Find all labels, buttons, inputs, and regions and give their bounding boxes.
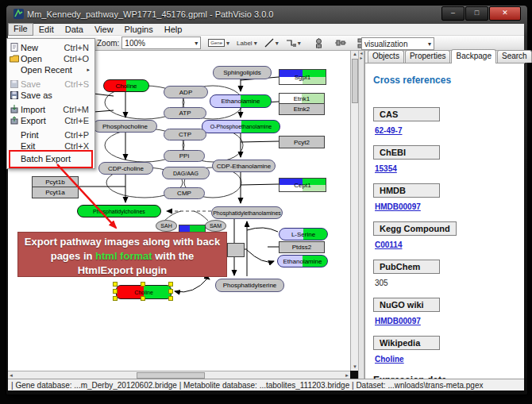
new-document-icon <box>8 43 21 52</box>
menu-item-shortcut: Ctrl+E <box>64 116 89 125</box>
menu-edit[interactable]: Edit <box>33 24 60 35</box>
shape2 <box>341 41 345 44</box>
close-button[interactable]: ✕ <box>489 6 521 21</box>
node-phosphatidylcholines[interactable]: Phosphatidylcholines <box>77 205 161 217</box>
align-center-vertical-button[interactable] <box>335 38 346 48</box>
xref-title: Kegg Compound <box>373 221 457 236</box>
export-icon <box>8 116 21 125</box>
node-ptdss2[interactable]: Ptdss2 <box>279 241 325 253</box>
selection-handle[interactable] <box>168 282 173 287</box>
submenu-arrow-icon: ▸ <box>87 67 90 73</box>
screenshot-root: Mm_Kennedy_pathway_WP1771_45176.gpml - P… <box>0 0 532 404</box>
menu-plugins[interactable]: Plugins <box>119 24 159 35</box>
chevron-down-icon: ▾ <box>428 39 431 49</box>
gene-box-icon: Gene <box>208 39 225 47</box>
zoom-combobox[interactable]: 100% ▾ <box>121 37 201 49</box>
node-ctp[interactable]: CTP <box>164 129 206 140</box>
align-center-horizontal-button[interactable] <box>314 38 324 48</box>
tab-properties[interactable]: Properties <box>405 50 451 63</box>
node-pcyt1a[interactable]: Pcyt1a <box>32 187 79 198</box>
node-sah[interactable]: SAH <box>156 220 177 232</box>
node-phosphocholine[interactable]: Phosphocholine <box>93 120 157 133</box>
node-cmp[interactable]: CMP <box>164 187 205 199</box>
canvas-vertical-scrollbar[interactable]: ▲ ▼ <box>350 51 358 371</box>
menu-item-print[interactable]: Print Ctrl+P <box>8 129 92 140</box>
node-l-serine[interactable]: L-Serine <box>279 228 328 240</box>
node-cept1[interactable]: Cept1 <box>279 178 326 192</box>
vertical-scroll-thumb[interactable] <box>352 59 358 103</box>
visualization-combobox[interactable]: visualization ▾ <box>361 37 434 50</box>
node-cdp-choline[interactable]: CDP-choline <box>98 162 153 175</box>
chevron-down-icon: ▾ <box>226 40 229 47</box>
node-unlabeled-gene[interactable] <box>227 243 245 257</box>
draw-connector-tool[interactable]: ▾ <box>286 38 301 48</box>
tab-objects[interactable]: Objects <box>368 50 404 63</box>
node-phosphatidylethanolamines[interactable]: Phosphatidylethanolamines <box>211 206 283 219</box>
xref-link[interactable]: HMDB00097 <box>375 317 525 325</box>
menu-item-new[interactable]: New Ctrl+N <box>8 42 92 52</box>
minimize-button[interactable]: – <box>441 6 465 21</box>
menu-file[interactable]: File <box>8 23 33 36</box>
draw-line-tool[interactable]: ▾ <box>264 38 279 48</box>
menu-help[interactable]: Help <box>159 24 188 35</box>
maximize-button[interactable]: □ <box>465 6 488 21</box>
tab-search[interactable]: Search <box>497 50 532 63</box>
node-ppi[interactable]: PPi <box>164 150 205 162</box>
xref-link[interactable]: HMDB00097 <box>375 202 525 211</box>
node-sam[interactable]: SAM <box>205 220 226 232</box>
selection-handle[interactable] <box>168 289 173 294</box>
node-o-phosphoethanolamine[interactable]: O-Phosphoethanolamine <box>202 120 280 133</box>
selection-handle[interactable] <box>168 296 173 301</box>
menu-item-open[interactable]: Open Ctrl+O <box>8 53 92 63</box>
collapse-right-icon[interactable]: ► <box>360 56 364 60</box>
xref-link[interactable]: 62-49-7 <box>375 126 525 135</box>
canvas-horizontal-scrollbar[interactable]: ◄ ► <box>8 371 350 379</box>
xref-link[interactable]: C00114 <box>375 240 525 249</box>
xref-link[interactable]: 15354 <box>375 164 525 173</box>
menu-data[interactable]: Data <box>60 24 89 35</box>
node-etnk2[interactable]: Etnk2 <box>279 103 325 115</box>
node-sgpl1[interactable]: Sgpl1 <box>279 69 326 85</box>
node-adp[interactable]: ADP <box>164 86 208 98</box>
horizontal-scroll-thumb[interactable] <box>137 372 205 379</box>
node-pcyt2[interactable]: Pcyt2 <box>279 136 325 148</box>
visualization-value: visualization <box>364 39 407 49</box>
selection-handle[interactable] <box>113 282 118 287</box>
node-phosphatidylserine[interactable]: Phosphatidylserine <box>215 279 284 292</box>
menu-item-import[interactable]: Import Ctrl+M <box>8 104 92 114</box>
backpage-content: Cross references CAS 62-49-7 ChEBI 15354… <box>365 63 525 379</box>
node-cdp-ethanolamine[interactable]: CDP-Ethanolamine <box>212 160 276 172</box>
add-datanode-tool[interactable]: Gene ▾ <box>208 39 229 47</box>
selection-handle[interactable] <box>141 282 145 287</box>
menu-item-save[interactable]: Save Ctrl+S <box>8 79 92 89</box>
tab-backpage[interactable]: Backpage <box>451 49 495 63</box>
selection-handle[interactable] <box>141 296 145 301</box>
cross-references-heading: Cross references <box>373 75 525 86</box>
node-choline[interactable]: Choline <box>103 79 149 92</box>
selection-handle[interactable] <box>113 289 118 294</box>
file-menu-popup: New Ctrl+N Open Ctrl+O Open Recent ▸ Sav… <box>6 38 95 169</box>
node-ethanolamine[interactable]: Ethanolamine <box>210 94 272 108</box>
xref-section-hmdb: HMDB HMDB00097 <box>373 183 525 211</box>
shape2 <box>316 44 321 48</box>
selection-handle[interactable] <box>113 296 118 301</box>
xref-link[interactable]: Choline <box>375 355 525 364</box>
menu-item-export[interactable]: Export Ctrl+E <box>8 115 92 125</box>
xref-title: HMDB <box>373 183 440 198</box>
menu-item-shortcut: Ctrl+M <box>63 105 89 114</box>
panel-splitter[interactable]: ◄ ► <box>358 51 364 379</box>
xref-title: NuGO wiki <box>373 298 440 312</box>
menu-item-open-recent[interactable]: Open Recent ▸ <box>8 64 92 75</box>
add-label-tool[interactable]: Label ▾ <box>237 40 257 47</box>
menu-bar: File Edit Data View Plugins Help <box>8 24 524 36</box>
xref-title: Wikipedia <box>373 336 440 350</box>
menu-view[interactable]: View <box>89 24 119 35</box>
node-dag-aag[interactable]: DAG/AAG <box>162 167 210 179</box>
node-atp[interactable]: ATP <box>164 107 206 119</box>
scroll-up-icon[interactable]: ▲ <box>353 51 357 58</box>
xref-value: 305 <box>375 279 525 287</box>
scroll-down-icon[interactable]: ▼ <box>353 364 357 371</box>
node-ethanolamine-2[interactable]: Ethanolamine <box>277 255 328 267</box>
menu-item-save-as[interactable]: Save as <box>8 90 92 100</box>
node-sphingolipids[interactable]: Sphingolipids <box>213 66 272 79</box>
